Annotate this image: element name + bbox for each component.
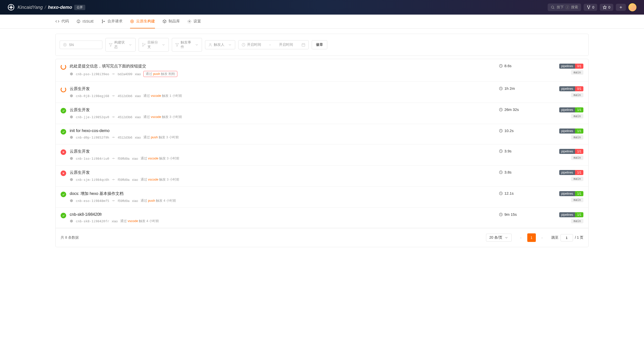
svg-point-33 bbox=[113, 73, 114, 74]
breadcrumb-owner[interactable]: KincaidYang bbox=[18, 5, 43, 10]
badge-button[interactable]: 徽章 bbox=[312, 40, 327, 49]
build-row[interactable]: docs: 增加 hexo 基本操作文档 cnb-eso-1i9848mf5 f… bbox=[56, 187, 588, 208]
filter-branch-select[interactable]: 目标分支 bbox=[139, 38, 169, 52]
build-user[interactable]: xiao bbox=[132, 199, 138, 203]
pipeline-badge[interactable]: pipelines 1/1 bbox=[559, 191, 583, 196]
trigger-suffix: 触发 3 小时前 bbox=[162, 115, 182, 119]
build-title[interactable]: cnb-sk8-1i98420fr bbox=[70, 212, 499, 217]
build-title[interactable]: docs: 增加 hexo 基本操作文档 bbox=[70, 191, 499, 196]
pipeline-badge[interactable]: pipelines 1/1 bbox=[559, 129, 583, 134]
build-id[interactable]: cnb-1so-1i984riu0 bbox=[76, 157, 109, 160]
tab-pr[interactable]: 合并请求 bbox=[101, 15, 123, 28]
build-row[interactable]: 云原生开发 cnb-1so-1i984riu0 f59ffd9a xiao 通过… bbox=[56, 144, 588, 165]
build-id[interactable]: cnb-0j8-1i98egj68 bbox=[76, 94, 109, 98]
build-commit[interactable]: f59ffd9a bbox=[118, 199, 130, 203]
trigger-info: 通过 vscode 触发 3 小时前 bbox=[141, 177, 179, 182]
build-title[interactable]: 此处是提交信息，填写完点下面的按钮提交 bbox=[70, 64, 499, 69]
build-user[interactable]: xiao bbox=[135, 94, 141, 98]
build-id[interactable]: cnb-eso-1i9848mf5 bbox=[76, 199, 109, 203]
build-id[interactable]: cnb-sk8-1i98420fr bbox=[76, 219, 109, 223]
build-title[interactable]: 云原生开发 bbox=[70, 107, 499, 113]
build-title[interactable]: 云原生开发 bbox=[70, 86, 499, 92]
filter-date-range[interactable]: 开启时间 - 开启时间 bbox=[238, 40, 309, 49]
tab-code[interactable]: 代码 bbox=[55, 15, 69, 28]
build-commit[interactable]: 4512d3b6 bbox=[118, 94, 132, 98]
build-commit[interactable]: f59ffd9a bbox=[118, 178, 130, 182]
pipeline-badge[interactable]: pipelines 0/1 bbox=[559, 64, 583, 69]
build-id[interactable]: cnb-jje-1i9852qv0 bbox=[76, 115, 109, 119]
build-duration: 3.9s bbox=[499, 149, 559, 153]
branch-tag[interactable]: main bbox=[571, 93, 583, 97]
build-id[interactable]: cnb-sjm-1i984qc6h bbox=[76, 178, 109, 182]
build-row[interactable]: 云原生开发 cnb-jje-1i9852qv0 4512d3b6 xiao 通过… bbox=[56, 103, 588, 124]
build-badges: pipelines 1/1 main bbox=[559, 129, 583, 140]
tab-issue[interactable]: ISSUE bbox=[76, 15, 94, 28]
avatar[interactable] bbox=[628, 3, 636, 11]
pipeline-label: pipelines bbox=[559, 86, 575, 91]
tab-build[interactable]: 云原生构建 bbox=[130, 15, 155, 28]
build-id[interactable]: cnb-d0p-1i9852f9h bbox=[76, 136, 109, 139]
build-commit[interactable]: bd2a4099 bbox=[118, 72, 132, 76]
branch-tag[interactable]: main bbox=[571, 135, 583, 140]
branch-tag[interactable]: main bbox=[571, 155, 583, 160]
pipeline-badge[interactable]: pipelines 1/1 bbox=[559, 149, 583, 154]
build-row[interactable]: 云原生开发 cnb-sjm-1i984qc6h f59ffd9a xiao 通过… bbox=[56, 165, 588, 187]
build-commit[interactable]: 4512d3b6 bbox=[118, 115, 132, 119]
pipeline-badge[interactable]: pipelines 1/1 bbox=[559, 107, 583, 112]
per-page-select[interactable]: 20 条/页 bbox=[486, 234, 511, 242]
page-jump-input[interactable] bbox=[560, 234, 573, 241]
pipeline-label: pipelines bbox=[559, 212, 575, 217]
filter-event-select[interactable]: 触发事件 bbox=[172, 38, 202, 52]
breadcrumb-repo[interactable]: hexo-demo bbox=[48, 5, 72, 10]
clock-icon bbox=[499, 149, 503, 153]
filter-sn-input[interactable]: SN bbox=[60, 40, 102, 49]
build-badges: pipelines 0/1 main bbox=[559, 64, 583, 75]
build-user[interactable]: xiao bbox=[132, 157, 138, 160]
build-id[interactable]: cnb-pso-1i98i39eo bbox=[76, 72, 109, 76]
fork-button[interactable]: 0 bbox=[584, 4, 597, 11]
build-row[interactable]: 云原生开发 cnb-0j8-1i98egj68 4512d3b6 xiao 通过… bbox=[56, 82, 588, 103]
build-meta: cnb-0j8-1i98egj68 4512d3b6 xiao 通过 vscod… bbox=[70, 94, 499, 98]
build-row[interactable]: cnb-sk8-1i98420fr cnb-sk8-1i98420fr xiao… bbox=[56, 208, 588, 228]
build-title[interactable]: 云原生开发 bbox=[70, 149, 499, 154]
star-button[interactable]: 0 bbox=[600, 4, 613, 11]
tab-settings[interactable]: 设置 bbox=[187, 15, 201, 28]
trigger-suffix: 触发 3 小时前 bbox=[159, 135, 179, 139]
build-title[interactable]: init for hexo-cos-demo bbox=[70, 129, 499, 133]
pipeline-badge[interactable]: pipelines 1/1 bbox=[559, 212, 583, 217]
build-id-icon bbox=[70, 178, 73, 181]
build-user[interactable]: xiao bbox=[135, 115, 141, 119]
page-prev[interactable]: ‹ bbox=[517, 233, 525, 242]
add-button[interactable] bbox=[616, 4, 626, 11]
build-user[interactable]: xiao bbox=[135, 72, 141, 76]
build-user[interactable]: xiao bbox=[132, 178, 138, 182]
trigger-info: 通过 vscode 触发 3 小时前 bbox=[141, 156, 179, 161]
pipeline-badge[interactable]: pipelines 0/1 bbox=[559, 86, 583, 91]
build-meta: cnb-1so-1i984riu0 f59ffd9a xiao 通过 vscod… bbox=[70, 156, 499, 161]
page-current[interactable]: 1 bbox=[527, 233, 536, 242]
branch-tag[interactable]: main bbox=[571, 114, 583, 118]
branch-tag[interactable]: main bbox=[571, 219, 583, 223]
filter-status-select[interactable]: 构建状态 bbox=[105, 38, 136, 52]
build-meta: cnb-pso-1i98i39eo bd2a4099 xiao 通过 push … bbox=[70, 71, 499, 77]
build-row[interactable]: 此处是提交信息，填写完点下面的按钮提交 cnb-pso-1i98i39eo bd… bbox=[56, 59, 588, 82]
status-success-icon bbox=[61, 213, 66, 218]
build-commit[interactable]: f59ffd9a bbox=[118, 157, 130, 160]
branch-tag[interactable]: main bbox=[571, 70, 583, 75]
build-title[interactable]: 云原生开发 bbox=[70, 170, 499, 175]
build-id-icon bbox=[70, 94, 73, 98]
trigger-info: 通过 vscode 触发 4 小时前 bbox=[120, 219, 159, 223]
page-next[interactable]: › bbox=[538, 233, 546, 242]
build-commit[interactable]: 4512d3b6 bbox=[118, 136, 132, 139]
build-user[interactable]: xiao bbox=[135, 136, 141, 139]
tab-artifact[interactable]: 制品库 bbox=[163, 15, 180, 28]
build-row[interactable]: init for hexo-cos-demo cnb-d0p-1i9852f9h… bbox=[56, 124, 588, 144]
branch-tag[interactable]: main bbox=[571, 177, 583, 181]
pipeline-badge[interactable]: pipelines 1/1 bbox=[559, 170, 583, 175]
branch-tag[interactable]: main bbox=[571, 198, 583, 202]
clock-icon bbox=[499, 108, 503, 112]
search-input[interactable]: 按下 / 搜索 bbox=[548, 4, 581, 11]
build-meta: cnb-sjm-1i984qc6h f59ffd9a xiao 通过 vscod… bbox=[70, 177, 499, 182]
filter-trigger-select[interactable]: 触发人 bbox=[205, 40, 235, 49]
build-user[interactable]: xiao bbox=[112, 219, 118, 223]
